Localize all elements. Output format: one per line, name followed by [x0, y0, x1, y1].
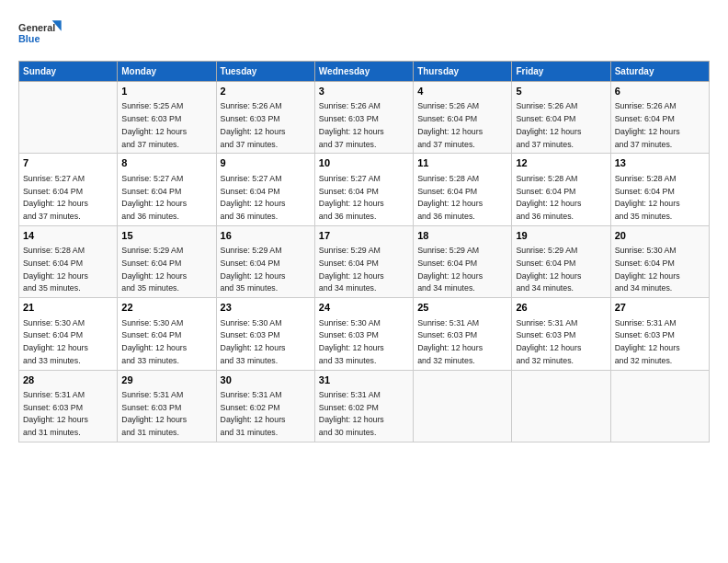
calendar-cell: 31Sunrise: 5:31 AMSunset: 6:02 PMDayligh… [314, 370, 413, 442]
calendar-cell: 25Sunrise: 5:31 AMSunset: 6:03 PMDayligh… [414, 298, 512, 370]
calendar-cell: 26Sunrise: 5:31 AMSunset: 6:03 PMDayligh… [512, 298, 610, 370]
day-number: 13 [615, 156, 705, 170]
calendar-cell: 12Sunrise: 5:28 AMSunset: 6:04 PMDayligh… [512, 154, 610, 225]
calendar-cell: 19Sunrise: 5:29 AMSunset: 6:04 PMDayligh… [512, 225, 610, 297]
calendar-cell: 15Sunrise: 5:29 AMSunset: 6:04 PMDayligh… [118, 225, 216, 297]
day-number: 30 [221, 373, 311, 387]
calendar-cell: 18Sunrise: 5:29 AMSunset: 6:04 PMDayligh… [414, 225, 512, 297]
calendar-cell: 11Sunrise: 5:28 AMSunset: 6:04 PMDayligh… [414, 154, 512, 225]
cell-content: Sunrise: 5:28 AMSunset: 6:04 PMDaylight:… [516, 174, 581, 221]
day-number: 22 [121, 301, 211, 315]
cell-content: Sunrise: 5:30 AMSunset: 6:03 PMDaylight:… [319, 318, 384, 365]
cell-content: Sunrise: 5:31 AMSunset: 6:03 PMDaylight:… [615, 318, 680, 365]
day-number: 18 [417, 229, 507, 243]
day-number: 27 [615, 301, 705, 315]
day-number: 17 [319, 229, 409, 243]
day-number: 6 [615, 85, 705, 98]
cell-content: Sunrise: 5:26 AMSunset: 6:04 PMDaylight:… [417, 101, 483, 148]
col-header-saturday: Saturday [610, 62, 709, 82]
day-number: 25 [417, 301, 507, 315]
cell-content: Sunrise: 5:31 AMSunset: 6:03 PMDaylight:… [23, 390, 88, 437]
cell-content: Sunrise: 5:28 AMSunset: 6:04 PMDaylight:… [417, 174, 483, 221]
week-row-5: 28Sunrise: 5:31 AMSunset: 6:03 PMDayligh… [19, 370, 710, 442]
logo: General Blue [18, 17, 64, 53]
calendar-cell [512, 370, 610, 442]
day-number: 28 [23, 373, 113, 387]
calendar-cell: 17Sunrise: 5:29 AMSunset: 6:04 PMDayligh… [314, 225, 413, 297]
cell-content: Sunrise: 5:29 AMSunset: 6:04 PMDaylight:… [319, 246, 384, 293]
week-row-1: 1Sunrise: 5:25 AMSunset: 6:03 PMDaylight… [19, 82, 710, 154]
calendar-cell: 24Sunrise: 5:30 AMSunset: 6:03 PMDayligh… [314, 298, 413, 370]
calendar-cell [19, 82, 118, 154]
col-header-sunday: Sunday [19, 62, 118, 82]
cell-content: Sunrise: 5:26 AMSunset: 6:03 PMDaylight:… [221, 101, 286, 148]
day-number: 10 [319, 156, 409, 170]
cell-content: Sunrise: 5:29 AMSunset: 6:04 PMDaylight:… [221, 246, 286, 293]
week-row-3: 14Sunrise: 5:28 AMSunset: 6:04 PMDayligh… [19, 225, 710, 297]
col-header-thursday: Thursday [414, 62, 512, 82]
calendar-cell: 5Sunrise: 5:26 AMSunset: 6:04 PMDaylight… [512, 82, 610, 154]
cell-content: Sunrise: 5:31 AMSunset: 6:02 PMDaylight:… [319, 390, 384, 437]
day-number: 9 [221, 156, 311, 170]
day-number: 19 [516, 229, 606, 243]
day-number: 24 [319, 301, 409, 315]
page-header: General Blue [18, 17, 710, 53]
day-number: 29 [121, 373, 211, 387]
col-header-wednesday: Wednesday [314, 62, 413, 82]
svg-text:General: General [18, 22, 55, 33]
week-row-2: 7Sunrise: 5:27 AMSunset: 6:04 PMDaylight… [19, 154, 710, 225]
cell-content: Sunrise: 5:31 AMSunset: 6:02 PMDaylight:… [221, 390, 286, 437]
cell-content: Sunrise: 5:26 AMSunset: 6:04 PMDaylight:… [615, 101, 680, 148]
header-row: SundayMondayTuesdayWednesdayThursdayFrid… [19, 62, 710, 82]
calendar-cell: 9Sunrise: 5:27 AMSunset: 6:04 PMDaylight… [216, 154, 314, 225]
day-number: 23 [221, 301, 311, 315]
calendar-cell: 13Sunrise: 5:28 AMSunset: 6:04 PMDayligh… [610, 154, 709, 225]
day-number: 5 [516, 85, 606, 98]
day-number: 1 [121, 85, 211, 98]
calendar-cell: 6Sunrise: 5:26 AMSunset: 6:04 PMDaylight… [610, 82, 709, 154]
day-number: 14 [23, 229, 113, 243]
calendar-cell: 28Sunrise: 5:31 AMSunset: 6:03 PMDayligh… [19, 370, 118, 442]
calendar-cell: 16Sunrise: 5:29 AMSunset: 6:04 PMDayligh… [216, 225, 314, 297]
cell-content: Sunrise: 5:30 AMSunset: 6:04 PMDaylight:… [23, 318, 88, 365]
calendar-cell: 23Sunrise: 5:30 AMSunset: 6:03 PMDayligh… [216, 298, 314, 370]
calendar-cell: 10Sunrise: 5:27 AMSunset: 6:04 PMDayligh… [314, 154, 413, 225]
calendar-cell: 3Sunrise: 5:26 AMSunset: 6:03 PMDaylight… [314, 82, 413, 154]
day-number: 20 [615, 229, 705, 243]
calendar-cell: 29Sunrise: 5:31 AMSunset: 6:03 PMDayligh… [118, 370, 216, 442]
cell-content: Sunrise: 5:31 AMSunset: 6:03 PMDaylight:… [121, 390, 187, 437]
calendar-cell: 27Sunrise: 5:31 AMSunset: 6:03 PMDayligh… [610, 298, 709, 370]
cell-content: Sunrise: 5:25 AMSunset: 6:03 PMDaylight:… [121, 101, 187, 148]
calendar-cell: 20Sunrise: 5:30 AMSunset: 6:04 PMDayligh… [610, 225, 709, 297]
day-number: 2 [221, 85, 311, 98]
calendar-cell: 30Sunrise: 5:31 AMSunset: 6:02 PMDayligh… [216, 370, 314, 442]
day-number: 8 [121, 156, 211, 170]
cell-content: Sunrise: 5:27 AMSunset: 6:04 PMDaylight:… [319, 174, 384, 221]
day-number: 31 [319, 373, 409, 387]
cell-content: Sunrise: 5:30 AMSunset: 6:03 PMDaylight:… [221, 318, 286, 365]
cell-content: Sunrise: 5:29 AMSunset: 6:04 PMDaylight:… [417, 246, 483, 293]
day-number: 21 [23, 301, 113, 315]
col-header-tuesday: Tuesday [216, 62, 314, 82]
calendar-cell: 21Sunrise: 5:30 AMSunset: 6:04 PMDayligh… [19, 298, 118, 370]
cell-content: Sunrise: 5:27 AMSunset: 6:04 PMDaylight:… [23, 174, 88, 221]
col-header-monday: Monday [118, 62, 216, 82]
day-number: 7 [23, 156, 113, 170]
cell-content: Sunrise: 5:29 AMSunset: 6:04 PMDaylight:… [121, 246, 187, 293]
cell-content: Sunrise: 5:30 AMSunset: 6:04 PMDaylight:… [121, 318, 187, 365]
calendar-cell [610, 370, 709, 442]
logo-svg: General Blue [18, 17, 64, 53]
cell-content: Sunrise: 5:28 AMSunset: 6:04 PMDaylight:… [615, 174, 680, 221]
cell-content: Sunrise: 5:27 AMSunset: 6:04 PMDaylight:… [221, 174, 286, 221]
week-row-4: 21Sunrise: 5:30 AMSunset: 6:04 PMDayligh… [19, 298, 710, 370]
cell-content: Sunrise: 5:31 AMSunset: 6:03 PMDaylight:… [417, 318, 483, 365]
calendar-cell: 1Sunrise: 5:25 AMSunset: 6:03 PMDaylight… [118, 82, 216, 154]
day-number: 16 [221, 229, 311, 243]
cell-content: Sunrise: 5:26 AMSunset: 6:04 PMDaylight:… [516, 101, 581, 148]
day-number: 15 [121, 229, 211, 243]
day-number: 12 [516, 156, 606, 170]
calendar-cell: 14Sunrise: 5:28 AMSunset: 6:04 PMDayligh… [19, 225, 118, 297]
day-number: 26 [516, 301, 606, 315]
cell-content: Sunrise: 5:31 AMSunset: 6:03 PMDaylight:… [516, 318, 581, 365]
cell-content: Sunrise: 5:26 AMSunset: 6:03 PMDaylight:… [319, 101, 384, 148]
